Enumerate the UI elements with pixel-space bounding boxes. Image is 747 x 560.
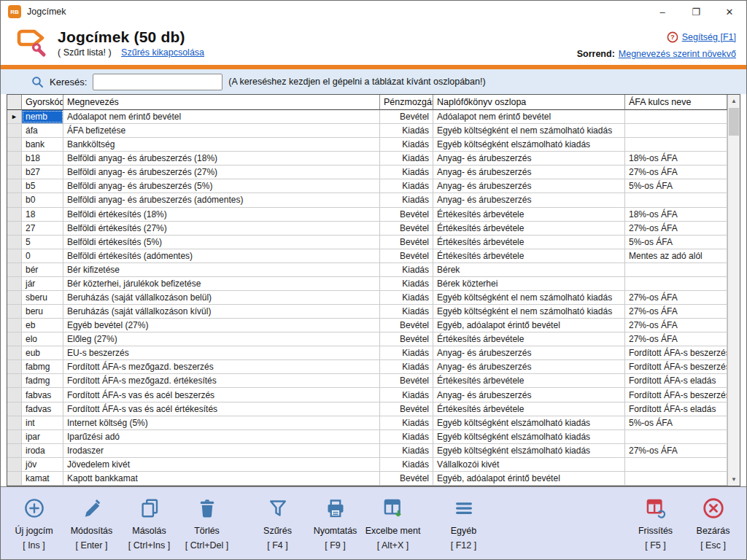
- cell-gyorskod[interactable]: b5: [22, 179, 63, 192]
- cell-megnevezes[interactable]: Belföldi anyag- és árubeszerzés (27%): [63, 166, 380, 179]
- cell-naplofokonyv[interactable]: Vállalkozói kivét: [433, 458, 625, 471]
- cell-penzmozgas[interactable]: Kiadás: [380, 388, 433, 401]
- cell-gyorskod[interactable]: ipar: [22, 430, 63, 443]
- cell-naplofokonyv[interactable]: Értékesítés árbevétele: [433, 374, 625, 387]
- toolbar-button-sz-r-s[interactable]: Szűrés[ F4 ]: [249, 494, 306, 553]
- cell-megnevezes[interactable]: Internet költség (5%): [63, 416, 380, 429]
- cell-gyorskod[interactable]: eub: [22, 346, 63, 359]
- table-row[interactable]: b5Belföldi anyag- és árubeszerzés (5%)Ki…: [7, 179, 727, 193]
- cell-afakulcs[interactable]: Fordított ÁFA-s eladás: [625, 402, 727, 416]
- cell-megnevezes[interactable]: Belföldi anyag- és árubeszerzés (adóment…: [63, 193, 380, 206]
- cell-megnevezes[interactable]: Belföldi értékesítés (5%): [63, 236, 380, 249]
- cell-penzmozgas[interactable]: Kiadás: [380, 179, 433, 192]
- cell-penzmozgas[interactable]: Kiadás: [380, 430, 433, 443]
- cell-megnevezes[interactable]: Előleg (27%): [63, 332, 380, 346]
- table-row[interactable]: fabvasFordított ÁFA-s vas és acél beszer…: [7, 388, 727, 402]
- cell-penzmozgas[interactable]: Kiadás: [380, 360, 433, 373]
- cell-megnevezes[interactable]: EU-s beszerzés: [63, 346, 380, 359]
- cell-naplofokonyv[interactable]: Anyag- és árubeszerzés: [433, 360, 625, 373]
- cell-gyorskod[interactable]: jár: [22, 277, 63, 290]
- cell-megnevezes[interactable]: Fordított ÁFA-s vas és acél beszerzés: [63, 388, 380, 401]
- cell-penzmozgas[interactable]: Bevétel: [380, 402, 433, 416]
- table-row[interactable]: intInternet költség (5%)KiadásEgyéb költ…: [7, 416, 727, 430]
- cell-megnevezes[interactable]: Fordított ÁFA-s vas és acél értékesítés: [63, 402, 380, 416]
- cell-afakulcs[interactable]: [625, 193, 727, 206]
- cell-afakulcs[interactable]: [625, 458, 727, 471]
- cell-afakulcs[interactable]: [625, 430, 727, 443]
- table-row[interactable]: jövJövedelem kivétKiadásVállalkozói kivé…: [7, 458, 727, 472]
- cell-gyorskod[interactable]: fabvas: [22, 388, 63, 401]
- cell-penzmozgas[interactable]: Bevétel: [380, 208, 433, 221]
- cell-gyorskod[interactable]: kamat: [22, 472, 63, 485]
- search-input[interactable]: [93, 74, 222, 90]
- cell-gyorskod[interactable]: bér: [22, 263, 63, 276]
- cell-megnevezes[interactable]: Fordított ÁFA-s mezőgazd. beszerzés: [63, 360, 380, 373]
- cell-gyorskod[interactable]: 18: [22, 208, 63, 221]
- table-row[interactable]: ►nembAdóalapot nem érintő bevételBevétel…: [7, 110, 727, 124]
- table-row[interactable]: sberuBeruházás (saját vállalkozáson belü…: [7, 291, 727, 305]
- cell-afakulcs[interactable]: 27%-os ÁFA: [625, 291, 727, 304]
- cell-naplofokonyv[interactable]: Egyéb, adóalapot érintő bevétel: [433, 319, 625, 332]
- cell-penzmozgas[interactable]: Kiadás: [380, 277, 433, 290]
- cell-penzmozgas[interactable]: Bevétel: [380, 222, 433, 235]
- cell-afakulcs[interactable]: 27%-os ÁFA: [625, 222, 727, 235]
- table-row[interactable]: iparIparűzési adóKiadásEgyéb költségként…: [7, 430, 727, 444]
- column-header[interactable]: Gyorskód: [22, 95, 63, 110]
- cell-penzmozgas[interactable]: Kiadás: [380, 152, 433, 165]
- table-row[interactable]: fadmgFordított ÁFA-s mezőgazd. értékesít…: [7, 374, 727, 388]
- cell-naplofokonyv[interactable]: Egyéb költségként elszámolható kiadás: [433, 444, 625, 457]
- close-button[interactable]: ✕: [713, 1, 746, 23]
- table-row[interactable]: ebEgyéb bevétel (27%)BevételEgyéb, adóal…: [7, 319, 727, 332]
- table-row[interactable]: 18Belföldi értékesítés (18%)BevételÉrték…: [7, 208, 727, 222]
- cell-afakulcs[interactable]: [625, 277, 727, 290]
- cell-naplofokonyv[interactable]: Adóalapot nem érintő bevétel: [433, 110, 625, 123]
- cell-penzmozgas[interactable]: Kiadás: [380, 444, 433, 457]
- cell-megnevezes[interactable]: Belföldi értékesítés (27%): [63, 222, 380, 235]
- column-header[interactable]: ÁFA kulcs neve: [625, 95, 727, 110]
- table-row[interactable]: eloElőleg (27%)BevételÉrtékesítés árbevé…: [7, 332, 727, 346]
- cell-afakulcs[interactable]: [625, 110, 727, 123]
- cell-naplofokonyv[interactable]: Értékesítés árbevétele: [433, 402, 625, 416]
- cell-megnevezes[interactable]: Belföldi anyag- és árubeszerzés (18%): [63, 152, 380, 165]
- cell-naplofokonyv[interactable]: Anyag- és árubeszerzés: [433, 193, 625, 206]
- toolbar-button--j-jogc-m[interactable]: Új jogcím[ Ins ]: [5, 494, 63, 553]
- cell-naplofokonyv[interactable]: Egyéb, adóalapot érintő bevétel: [433, 472, 625, 485]
- cell-penzmozgas[interactable]: Bevétel: [380, 472, 433, 485]
- cell-megnevezes[interactable]: Fordított ÁFA-s mezőgazd. értékesítés: [63, 374, 380, 387]
- cell-afakulcs[interactable]: 27%-os ÁFA: [625, 444, 727, 457]
- help-link[interactable]: Segítség [F1]: [682, 32, 736, 42]
- cell-gyorskod[interactable]: b27: [22, 166, 63, 179]
- cell-afakulcs[interactable]: 5%-os ÁFA: [625, 236, 727, 249]
- cell-afakulcs[interactable]: Fordított ÁFA-s eladás: [625, 374, 727, 387]
- cell-megnevezes[interactable]: Adóalapot nem érintő bevétel: [63, 110, 380, 123]
- cell-afakulcs[interactable]: 5%-os ÁFA: [625, 416, 727, 429]
- cell-naplofokonyv[interactable]: Egyéb költségként elszámolható kiadás: [433, 138, 625, 151]
- cell-penzmozgas[interactable]: Kiadás: [380, 138, 433, 151]
- table-row[interactable]: áfaÁFA befizetéseKiadásEgyéb költségként…: [7, 124, 727, 138]
- cell-penzmozgas[interactable]: Kiadás: [380, 124, 433, 137]
- table-row[interactable]: járBér közterhei, járulékok befizetéseKi…: [7, 277, 727, 291]
- cell-gyorskod[interactable]: iroda: [22, 444, 63, 457]
- table-row[interactable]: fadvasFordított ÁFA-s vas és acél értéke…: [7, 402, 727, 416]
- toolbar-button-m-sol-s[interactable]: Másolás[ Ctrl+Ins ]: [120, 494, 178, 553]
- cell-naplofokonyv[interactable]: Anyag- és árubeszerzés: [433, 179, 625, 192]
- cell-penzmozgas[interactable]: Kiadás: [380, 346, 433, 359]
- cell-gyorskod[interactable]: fabmg: [22, 360, 63, 373]
- sort-link[interactable]: Megnevezés szerint növekvő: [619, 49, 736, 59]
- table-row[interactable]: 5Belföldi értékesítés (5%)BevételÉrtékes…: [7, 236, 727, 249]
- cell-penzmozgas[interactable]: Bevétel: [380, 249, 433, 262]
- cell-gyorskod[interactable]: fadmg: [22, 374, 63, 387]
- table-row[interactable]: bankBankköltségKiadásEgyéb költségként e…: [7, 138, 727, 152]
- cell-gyorskod[interactable]: sberu: [22, 291, 63, 304]
- cell-afakulcs[interactable]: [625, 124, 727, 137]
- cell-megnevezes[interactable]: Beruházás (saját vállalkozáson belül): [63, 291, 380, 304]
- table-row[interactable]: beruBeruházás (saját vállalkozáson kívül…: [7, 305, 727, 319]
- column-header[interactable]: Naplófőkönyv oszlopa: [433, 95, 625, 110]
- toolbar-button-excelbe-ment[interactable]: Excelbe ment[ Alt+X ]: [364, 494, 422, 553]
- cell-megnevezes[interactable]: Iparűzési adó: [63, 430, 380, 443]
- table-row[interactable]: b18Belföldi anyag- és árubeszerzés (18%)…: [7, 152, 727, 166]
- cell-naplofokonyv[interactable]: Anyag- és árubeszerzés: [433, 152, 625, 165]
- cell-afakulcs[interactable]: 27%-os ÁFA: [625, 332, 727, 346]
- table-row[interactable]: bérBér kifizetéseKiadásBérek: [7, 263, 727, 277]
- table-row[interactable]: kamatKapott bankkamatBevételEgyéb, adóal…: [7, 472, 727, 486]
